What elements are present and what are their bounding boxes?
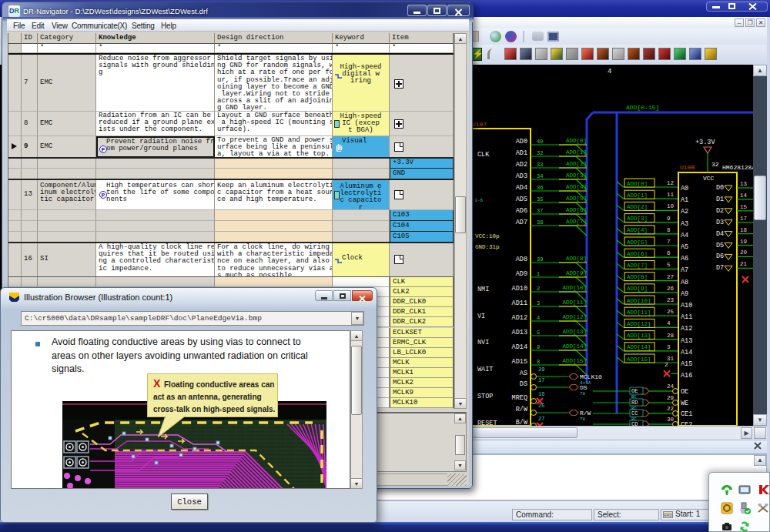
svg-text:5: 5 (667, 262, 671, 268)
svg-text:16: 16 (538, 391, 544, 397)
svg-text:CC: CC (631, 410, 638, 417)
svg-text:AD6: AD6 (516, 207, 527, 215)
svg-text:5: 5 (537, 330, 540, 336)
svg-text:ADD[13]: ADD[13] (562, 329, 587, 335)
svg-text:A2: A2 (681, 208, 688, 216)
svg-text:AD11: AD11 (512, 299, 527, 307)
svg-text:A4: A4 (681, 232, 688, 239)
svg-text:A5: A5 (681, 243, 688, 251)
svg-text:R/W: R/W (580, 410, 591, 417)
svg-text:ADD[6]: ADD[6] (566, 207, 587, 213)
svg-text:11: 11 (667, 192, 675, 198)
svg-text:AD15: AD15 (512, 358, 527, 366)
svg-text:ADD[4]: ADD[4] (627, 227, 648, 233)
svg-text:32: 32 (711, 161, 719, 168)
svg-text:NVI: NVI (477, 339, 489, 346)
svg-text:ADD[3]: ADD[3] (627, 216, 648, 222)
svg-text:29: 29 (538, 366, 544, 373)
svg-text:AD5: AD5 (516, 196, 527, 203)
svg-text:25: 25 (538, 403, 544, 409)
svg-text:4: 4 (537, 315, 540, 321)
svg-text:3: 3 (667, 344, 671, 350)
svg-text:ADD[8]: ADD[8] (627, 274, 648, 280)
svg-text:DS: DS (520, 380, 527, 388)
svg-text:R/W: R/W (516, 406, 528, 413)
svg-text:A14: A14 (681, 349, 692, 356)
svg-text:D3: D3 (716, 219, 724, 226)
svg-text:AD9: AD9 (516, 270, 527, 278)
svg-text:36: 36 (537, 185, 543, 191)
svg-text:GND:31p: GND:31p (475, 244, 500, 250)
svg-text:ADD[14]: ADD[14] (562, 343, 587, 350)
svg-text:38: 38 (537, 219, 543, 226)
svg-text:ADD[0-15]: ADD[0-15] (626, 104, 659, 111)
svg-text:VCC:10p: VCC:10p (475, 233, 500, 239)
svg-text:HM628128A: HM628128A (722, 164, 753, 171)
svg-text:A1: A1 (681, 196, 688, 204)
svg-text:8: 8 (667, 227, 671, 233)
svg-text:ADD[5]: ADD[5] (627, 239, 648, 246)
svg-text:27: 27 (538, 416, 544, 422)
svg-text:ADD[1]: ADD[1] (627, 192, 648, 199)
svg-text:RD: RD (631, 400, 638, 406)
svg-text:A9: A9 (681, 290, 688, 298)
svg-text:23: 23 (667, 297, 675, 303)
svg-text:OE: OE (631, 388, 638, 394)
svg-text:3: 3 (537, 300, 540, 306)
svg-text:A7: A7 (681, 266, 688, 274)
svg-text:ADD[15]: ADD[15] (562, 358, 587, 364)
svg-text:A12: A12 (681, 325, 692, 333)
svg-text:ADD[9]: ADD[9] (566, 270, 587, 276)
svg-text:AD12: AD12 (512, 314, 527, 322)
svg-text:VCC: VCC (703, 175, 715, 182)
svg-text:ADD[4]: ADD[4] (566, 184, 587, 190)
svg-text:ADD[3]: ADD[3] (566, 172, 587, 179)
svg-text:ADD[10]: ADD[10] (627, 298, 651, 304)
svg-text:WE: WE (681, 400, 688, 407)
svg-text:AD1: AD1 (516, 149, 527, 157)
svg-text:ADD[15]: ADD[15] (627, 356, 651, 363)
svg-text:A6: A6 (681, 255, 688, 263)
svg-text:B/W: B/W (516, 419, 528, 426)
svg-text:AD10: AD10 (512, 285, 527, 293)
svg-text:VI: VI (477, 313, 485, 320)
svg-text:ADD[2]: ADD[2] (566, 161, 587, 167)
svg-text:A8: A8 (681, 279, 688, 286)
svg-text:4: 4 (667, 320, 671, 326)
svg-text:39: 39 (537, 256, 543, 263)
svg-text:AD13: AD13 (512, 329, 527, 336)
svg-text:33: 33 (537, 162, 543, 168)
svg-text:MCLK10: MCLK10 (580, 373, 602, 380)
svg-text:ADD[13]: ADD[13] (627, 333, 651, 339)
svg-text:30: 30 (667, 417, 675, 423)
svg-text:78: 78 (580, 417, 586, 422)
svg-text:14: 14 (740, 192, 748, 199)
svg-text:34: 34 (537, 173, 543, 179)
svg-text:2: 2 (665, 362, 668, 368)
svg-text:ADD[2]: ADD[2] (627, 204, 648, 210)
svg-text:AD4: AD4 (516, 184, 527, 192)
svg-text:24: 24 (667, 383, 675, 390)
svg-text:AD7: AD7 (516, 219, 527, 226)
svg-text:ADD[7]: ADD[7] (627, 263, 648, 269)
svg-text:ADD[10]: ADD[10] (562, 285, 587, 291)
svg-text:ADD[14]: ADD[14] (627, 344, 651, 350)
svg-text:ADD[6]: ADD[6] (627, 251, 648, 257)
svg-text:D5: D5 (716, 242, 724, 249)
svg-text:28: 28 (667, 333, 674, 339)
svg-text:19: 19 (740, 239, 747, 245)
svg-text:A13: A13 (681, 337, 692, 345)
svg-text:A16: A16 (681, 372, 692, 380)
svg-text:D6: D6 (716, 253, 724, 260)
svg-text:AD8: AD8 (516, 256, 527, 263)
svg-text:A15: A15 (681, 360, 692, 368)
svg-text:D1: D1 (716, 196, 724, 203)
svg-text:26: 26 (667, 286, 675, 292)
svg-text:7: 7 (667, 239, 671, 245)
svg-text:8: 8 (537, 359, 540, 365)
svg-text:ADD[11]: ADD[11] (562, 299, 587, 306)
svg-text:ADD[11]: ADD[11] (627, 309, 651, 316)
svg-text:D4: D4 (716, 230, 724, 238)
svg-text:ADD[1]: ADD[1] (566, 149, 587, 156)
svg-text:MREQ: MREQ (512, 394, 527, 402)
